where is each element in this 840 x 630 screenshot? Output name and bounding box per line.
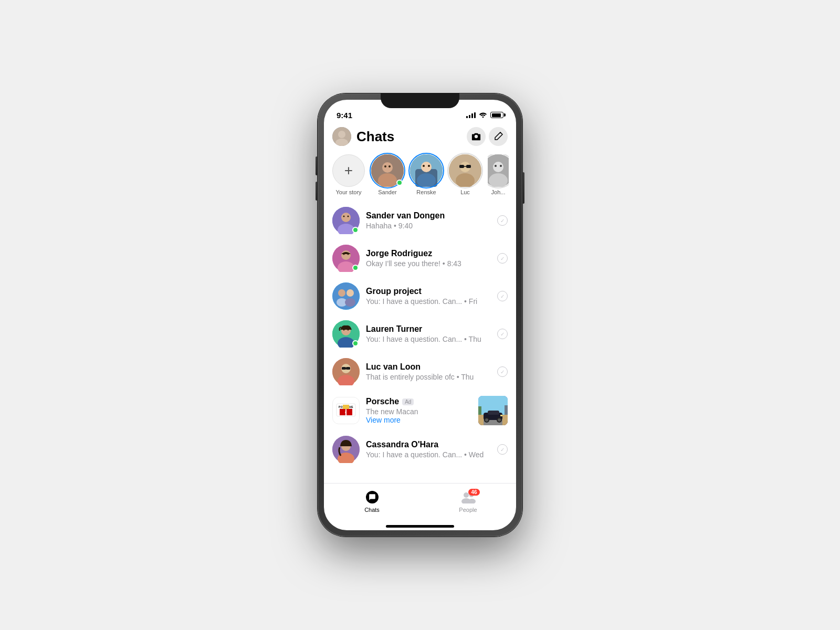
chat-name: Jorge Rodriguez <box>366 249 491 258</box>
people-badge: 46 <box>468 489 479 496</box>
compose-button[interactable] <box>489 127 508 146</box>
chat-item-lauren[interactable]: Lauren Turner You: I have a question. Ca… <box>324 315 516 353</box>
read-receipt: ✓ <box>497 366 508 377</box>
online-dot <box>352 265 359 271</box>
chat-preview: You: I have a question. Can... • Fri <box>366 297 491 306</box>
your-story[interactable]: + Your story <box>332 154 365 195</box>
svg-rect-62 <box>505 405 508 415</box>
story-name-luc: Luc <box>460 189 470 195</box>
story-name-renske: Renske <box>416 189 436 195</box>
ad-logo: PORSCHE P <box>332 397 360 424</box>
read-receipt: ✓ <box>497 253 508 264</box>
ad-item-porsche[interactable]: PORSCHE P Porsche Ad The new <box>324 391 516 430</box>
ad-image <box>478 396 508 425</box>
people-icon: 46 <box>461 490 476 505</box>
power-button[interactable] <box>522 172 524 204</box>
chat-name: Cassandra O'Hara <box>366 440 491 449</box>
story-ring <box>408 153 444 188</box>
svg-point-33 <box>341 250 351 260</box>
story-name-joh: Joh... <box>491 189 506 195</box>
phone-screen: 9:41 <box>324 100 516 530</box>
header-actions <box>467 127 508 146</box>
svg-rect-57 <box>346 409 352 415</box>
svg-text:P: P <box>345 411 347 414</box>
wifi-icon <box>479 111 487 119</box>
svg-rect-51 <box>346 367 350 370</box>
battery-icon <box>490 112 503 118</box>
chat-preview: Okay I'll see you there! • 8:43 <box>366 259 491 268</box>
chat-list: Sander van Dongen Hahaha • 9:40 ✓ <box>324 202 516 483</box>
chat-preview: That is entirely possible ofc • Thu <box>366 373 491 381</box>
story-item-renske[interactable]: Renske <box>410 154 443 195</box>
svg-rect-61 <box>478 406 481 415</box>
read-receipt: ✓ <box>497 444 508 455</box>
camera-button[interactable] <box>467 127 486 146</box>
chat-name: Group project <box>366 287 491 296</box>
phone-wrapper: 9:41 <box>318 93 522 537</box>
app-header: Chats <box>324 123 516 151</box>
chat-item-luc[interactable]: Luc van Loon That is entirely possible o… <box>324 353 516 391</box>
chat-name: Lauren Turner <box>366 324 491 334</box>
chat-item-sander[interactable]: Sander van Dongen Hahaha • 9:40 ✓ <box>324 202 516 239</box>
chat-item-cassandra[interactable]: Cassandra O'Hara You: I have a question.… <box>324 430 516 468</box>
story-item-luc[interactable]: Luc <box>449 154 481 195</box>
svg-point-70 <box>498 418 501 422</box>
svg-rect-66 <box>488 411 499 415</box>
svg-point-31 <box>348 216 349 217</box>
stories-row: + Your story <box>324 151 516 202</box>
svg-point-30 <box>343 216 345 217</box>
tab-people[interactable]: 46 People <box>420 488 516 526</box>
page-title: Chats <box>356 129 467 145</box>
tab-bar: Chats 46 People <box>324 483 516 526</box>
svg-point-37 <box>332 282 360 310</box>
svg-rect-71 <box>500 415 502 416</box>
status-icons <box>466 111 503 119</box>
ad-brand-name: Porsche <box>366 397 399 406</box>
people-tab-label: People <box>459 507 477 513</box>
chat-name: Sander van Dongen <box>366 211 491 220</box>
story-ring <box>447 153 483 188</box>
chat-preview: You: I have a question. Can... • Wed <box>366 450 491 459</box>
svg-point-40 <box>346 289 354 297</box>
chat-name: Luc van Loon <box>366 362 491 372</box>
group-avatar <box>332 282 360 310</box>
svg-rect-58 <box>343 405 349 409</box>
user-avatar[interactable] <box>332 127 351 146</box>
chat-avatar <box>332 436 360 463</box>
signal-icon <box>466 112 476 118</box>
svg-point-38 <box>338 289 345 297</box>
read-receipt: ✓ <box>497 329 508 339</box>
status-time: 9:41 <box>337 111 352 120</box>
chats-icon <box>365 490 380 505</box>
chat-avatar <box>332 358 360 385</box>
svg-point-41 <box>345 298 355 307</box>
online-indicator <box>396 180 403 186</box>
home-indicator <box>324 526 516 530</box>
svg-rect-50 <box>342 367 346 370</box>
read-receipt: ✓ <box>497 291 508 301</box>
notch <box>381 93 459 108</box>
ad-badge: Ad <box>402 398 414 405</box>
chat-item-group[interactable]: Group project You: I have a question. Ca… <box>324 277 516 315</box>
ad-subtitle: The new Macan <box>366 407 472 416</box>
svg-point-77 <box>464 492 469 498</box>
add-story-button[interactable]: + <box>332 154 365 187</box>
ad-link[interactable]: View more <box>366 416 472 424</box>
online-dot <box>352 227 359 233</box>
story-item-joh[interactable]: Joh... <box>488 154 509 195</box>
tab-chats[interactable]: Chats <box>324 488 420 526</box>
chat-item-jorge[interactable]: Jorge Rodriguez Okay I'll see you there!… <box>324 239 516 277</box>
story-ring <box>488 154 509 188</box>
story-item-sander[interactable]: Sander <box>371 154 404 195</box>
online-dot <box>352 340 359 346</box>
svg-point-28 <box>341 213 351 222</box>
read-receipt: ✓ <box>497 215 508 226</box>
svg-point-68 <box>485 418 488 422</box>
chats-tab-label: Chats <box>364 507 380 513</box>
your-story-label: Your story <box>335 189 361 195</box>
story-name-sander: Sander <box>378 189 396 195</box>
chat-preview: Hahaha • 9:40 <box>366 222 491 230</box>
chat-preview: You: I have a question. Can... • Thu <box>366 335 491 343</box>
svg-point-1 <box>338 131 345 138</box>
